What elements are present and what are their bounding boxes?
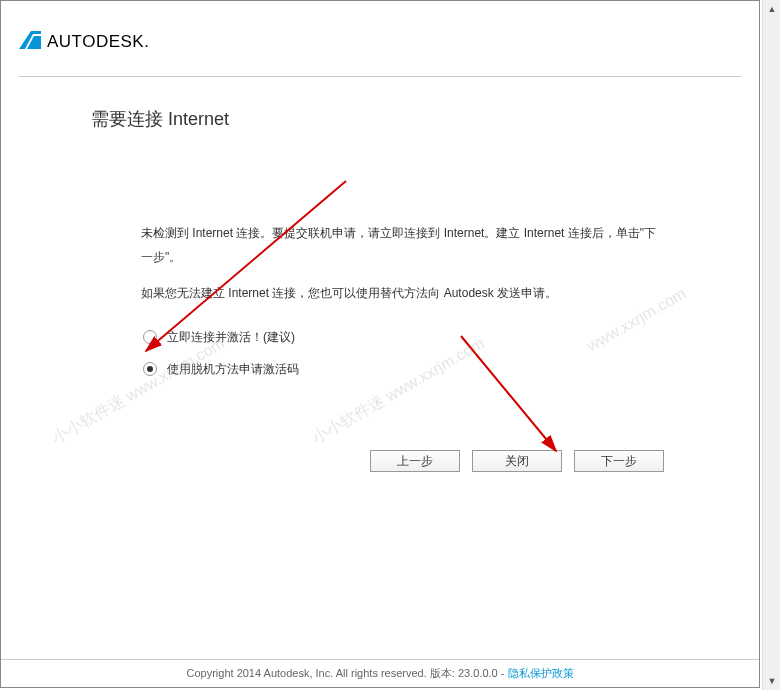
paragraph-1: 未检测到 Internet 连接。要提交联机申请，请立即连接到 Internet… xyxy=(141,221,661,269)
button-row: 上一步 关闭 下一步 xyxy=(370,450,664,472)
brand-name: AUTODESK. xyxy=(47,32,149,52)
option-label: 使用脱机方法申请激活码 xyxy=(167,357,299,381)
scroll-down-icon[interactable]: ▼ xyxy=(763,672,780,690)
radio-icon[interactable] xyxy=(143,362,157,376)
option-label: 立即连接并激活！(建议) xyxy=(167,325,295,349)
option-offline-activation[interactable]: 使用脱机方法申请激活码 xyxy=(143,357,661,381)
copyright-text: Copyright 2014 Autodesk, Inc. All rights… xyxy=(187,667,508,679)
back-button[interactable]: 上一步 xyxy=(370,450,460,472)
header-divider xyxy=(19,76,741,77)
autodesk-logo-icon xyxy=(19,31,41,52)
options-group: 立即连接并激活！(建议) 使用脱机方法申请激活码 xyxy=(141,325,661,381)
paragraph-2: 如果您无法建立 Internet 连接，您也可以使用替代方法向 Autodesk… xyxy=(141,281,661,305)
option-connect-now[interactable]: 立即连接并激活！(建议) xyxy=(143,325,661,349)
scroll-up-icon[interactable]: ▲ xyxy=(763,0,780,18)
page-title: 需要连接 Internet xyxy=(91,107,759,131)
header: AUTODESK. xyxy=(1,1,759,62)
radio-icon[interactable] xyxy=(143,330,157,344)
next-button[interactable]: 下一步 xyxy=(574,450,664,472)
scrollbar[interactable]: ▲ ▼ xyxy=(762,0,780,690)
content-area: 未检测到 Internet 连接。要提交联机申请，请立即连接到 Internet… xyxy=(141,221,661,381)
privacy-link[interactable]: 隐私保护政策 xyxy=(508,667,574,679)
close-button[interactable]: 关闭 xyxy=(472,450,562,472)
footer: Copyright 2014 Autodesk, Inc. All rights… xyxy=(1,659,759,681)
